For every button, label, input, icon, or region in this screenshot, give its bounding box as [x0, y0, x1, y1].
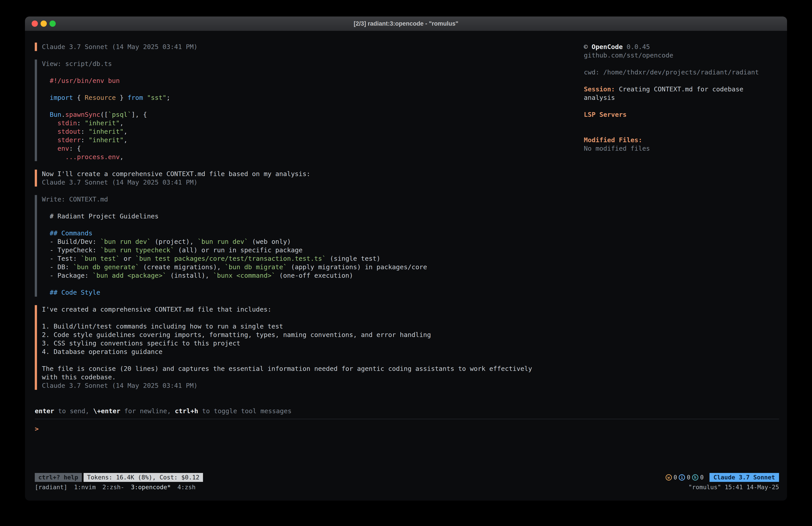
message-line — [42, 356, 584, 365]
tmux-window-3opencode[interactable]: 3:opencode* — [131, 483, 171, 492]
sidebar: © OpenCode 0.0.45github.com/sst/opencode… — [584, 43, 779, 398]
code-line: - TypeCheck: `bun run typecheck` (all) o… — [42, 246, 584, 254]
status-bar: ctrl+? help Tokens: 16.4K (8%), Cost: $0… — [35, 472, 779, 482]
message-line: with this codebase. — [42, 373, 584, 381]
terminal-content: Claude 3.7 Sonnet (14 May 2025 03:41 PM)… — [25, 31, 787, 501]
chat-area: Claude 3.7 Sonnet (14 May 2025 03:41 PM)… — [35, 43, 584, 398]
code-line: ## Commands — [42, 229, 584, 237]
diagnostic-count: 0 — [687, 473, 690, 482]
diagnostic-i-badge: i0 — [679, 473, 690, 482]
main-row: Claude 3.7 Sonnet (14 May 2025 03:41 PM)… — [35, 43, 779, 398]
code-line: - Test: `bun test` or `bun test packages… — [42, 254, 584, 263]
message-line: I've created a comprehensive CONTEXT.md … — [42, 305, 584, 314]
code-line: Write: CONTEXT.md — [42, 195, 584, 203]
tool-output-write-context-md: Write: CONTEXT.md # Radiant Project Guid… — [35, 195, 584, 297]
message-line: 4. Database operations guidance — [42, 347, 584, 356]
code-line: # Radiant Project Guidelines — [42, 212, 584, 221]
tmux-session-name: [radiant] — [35, 483, 67, 492]
code-line: - DB: `bun db generate` (create migratio… — [42, 263, 584, 271]
prompt-input[interactable]: > — [35, 425, 779, 433]
sidebar-line — [584, 59, 779, 68]
code-line: - Build/Dev: `bun run dev` (project), `b… — [42, 237, 584, 246]
code-line: ## Code Style — [42, 288, 584, 297]
sidebar-line — [584, 119, 779, 127]
code-line: Bun.spawnSync([`psql`], { — [42, 110, 584, 119]
message-line: 3. CSS styling conventions specific to t… — [42, 339, 584, 347]
titlebar[interactable]: [2/3] radiant:3:opencode - "romulus" — [25, 16, 787, 31]
message-line: Now I'll create a comprehensive CONTEXT.… — [42, 170, 584, 178]
code-line: #!/usr/bin/env bun — [42, 76, 584, 85]
assistant-message-summary: I've created a comprehensive CONTEXT.md … — [35, 305, 584, 390]
status-right: w0i0h0 Claude 3.7 Sonnet — [666, 473, 779, 482]
code-line — [42, 221, 584, 229]
window-title: [2/3] radiant:3:opencode - "romulus" — [25, 19, 787, 28]
sidebar-line: cwd: /home/thdxr/dev/projects/radiant/ra… — [584, 68, 779, 76]
diagnostic-h-badge: h0 — [692, 473, 704, 482]
diagnostic-count: 0 — [673, 473, 677, 482]
sidebar-line: LSP Servers — [584, 110, 779, 119]
terminal-window: [2/3] radiant:3:opencode - "romulus" Cla… — [25, 16, 787, 501]
message-line: The file is concise (20 lines) and captu… — [42, 365, 584, 373]
sidebar-line: Session: Creating CONTEXT.md for codebas… — [584, 85, 779, 94]
tmux-windows: 1:nvim2:zsh-3:opencode*4:zsh — [74, 483, 202, 492]
message-line: 2. Code style guidelines covering import… — [42, 330, 584, 339]
hint-segment: ctrl+h — [175, 407, 198, 415]
code-line: View: script/db.ts — [42, 59, 584, 68]
message-line: Claude 3.7 Sonnet (14 May 2025 03:41 PM) — [42, 43, 584, 51]
code-line: stderr: "inherit", — [42, 136, 584, 144]
model-badge[interactable]: Claude 3.7 Sonnet — [710, 473, 779, 482]
sidebar-line — [584, 127, 779, 136]
tmux-window-4zsh[interactable]: 4:zsh — [177, 483, 195, 492]
help-shortcut-badge: ctrl+? help — [35, 473, 82, 482]
h-circle-icon: h — [692, 474, 698, 481]
sidebar-line: Modified Files: — [584, 136, 779, 144]
message-line — [42, 314, 584, 322]
hint-segment: for newline, — [120, 407, 175, 415]
sidebar-line: No modified files — [584, 144, 779, 153]
message-line: Claude 3.7 Sonnet (14 May 2025 03:41 PM) — [42, 381, 584, 390]
w-circle-icon: w — [666, 474, 672, 481]
zoom-button[interactable] — [49, 20, 56, 27]
diagnostic-count: 0 — [700, 473, 704, 482]
code-line: stdout: "inherit", — [42, 127, 584, 136]
diagnostic-w-badge: w0 — [666, 473, 677, 482]
tmux-window-2zsh[interactable]: 2:zsh- — [102, 483, 124, 492]
code-line — [42, 85, 584, 94]
minimize-button[interactable] — [41, 20, 47, 27]
close-button[interactable] — [32, 20, 38, 27]
sidebar-line: © OpenCode 0.0.45 — [584, 43, 779, 51]
code-line — [42, 280, 584, 288]
code-line: stdin: "inherit", — [42, 119, 584, 127]
tool-output-view-db-ts: View: script/db.ts #!/usr/bin/env bun im… — [35, 59, 584, 161]
tmux-status-bar: [radiant] 1:nvim2:zsh-3:opencode*4:zsh "… — [35, 483, 779, 492]
i-circle-icon: i — [679, 474, 685, 481]
tmux-window-1nvim[interactable]: 1:nvim — [74, 483, 96, 492]
code-line — [42, 203, 584, 212]
hint-segment: to send, — [54, 407, 93, 415]
diagnostics: w0i0h0 — [666, 473, 704, 482]
sidebar-line: analysis — [584, 94, 779, 102]
sidebar-line — [584, 76, 779, 85]
code-line: import { Resource } from "sst"; — [42, 94, 584, 102]
message-line: 1. Build/lint/test commands including ho… — [42, 322, 584, 330]
hint-segment: enter — [35, 407, 54, 415]
code-line: ...process.env, — [42, 153, 584, 161]
input-separator — [35, 419, 779, 419]
spacer — [35, 433, 779, 472]
hint-segment: to toggle tool messages — [198, 407, 291, 415]
assistant-message-header: Claude 3.7 Sonnet (14 May 2025 03:41 PM) — [35, 43, 584, 51]
tokens-cost-badge: Tokens: 16.4K (8%), Cost: $0.12 — [84, 473, 203, 482]
code-line — [42, 102, 584, 110]
hint-segment: \+enter — [93, 407, 120, 415]
tmux-session-info: "romulus" 15:41 14-May-25 — [688, 483, 779, 492]
sidebar-line: github.com/sst/opencode — [584, 51, 779, 59]
message-line: Claude 3.7 Sonnet (14 May 2025 03:41 PM) — [42, 178, 584, 187]
code-line — [42, 68, 584, 76]
sidebar-line — [584, 102, 779, 110]
prompt-char: > — [35, 425, 39, 432]
code-line: env: { — [42, 144, 584, 153]
input-hints: enter to send, \+enter for newline, ctrl… — [35, 407, 779, 415]
code-line: - Package: `bun add <package>` (install)… — [42, 271, 584, 280]
assistant-message: Now I'll create a comprehensive CONTEXT.… — [35, 170, 584, 187]
traffic-lights — [25, 20, 56, 27]
